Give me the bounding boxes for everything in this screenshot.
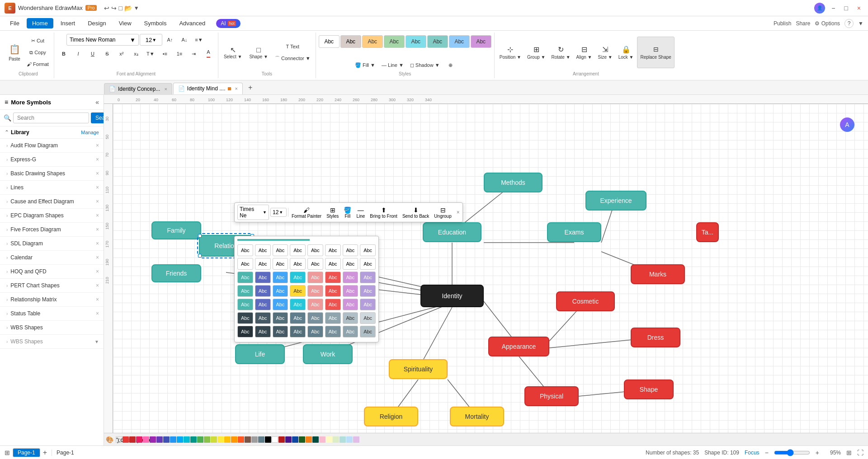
style-box-5-6[interactable]: Abc — [325, 299, 341, 310]
ft-line[interactable]: — Line — [354, 206, 367, 220]
superscript-btn[interactable]: x² — [115, 47, 128, 60]
style-box-1-2[interactable]: Abc — [255, 244, 271, 256]
color-g3[interactable] — [299, 436, 305, 443]
node-cosmetic[interactable]: Cosmetic — [556, 291, 615, 311]
style-box-3-8[interactable]: Abc — [360, 272, 376, 283]
style-box-1-3[interactable]: Abc — [273, 244, 288, 256]
numbered-list-btn[interactable]: 1≡ — [173, 47, 186, 60]
menu-home[interactable]: Home — [27, 18, 53, 28]
sidebar-item-expressg[interactable]: › Express-G × — [0, 153, 104, 167]
search-input[interactable] — [13, 112, 89, 123]
abc-style-8[interactable]: Abc — [471, 35, 491, 48]
fit-page-btn[interactable]: ⊞ — [846, 449, 852, 456]
style-box-4-4[interactable]: Abc — [290, 285, 306, 297]
style-box-1-6[interactable]: Abc — [325, 244, 341, 256]
style-box-6-7[interactable]: Abc — [343, 312, 359, 324]
color-indigo[interactable] — [163, 436, 170, 443]
copy-btn[interactable]: ⧉ Copy — [24, 47, 51, 58]
sidebar-item-cause[interactable]: › Cause and Effect Diagram × — [0, 195, 104, 209]
color-picker-icon[interactable]: 🎨 — [106, 436, 113, 443]
style-box-6-6[interactable]: Abc — [325, 312, 341, 324]
node-exams[interactable]: Exams — [547, 222, 601, 242]
style-box-1-1[interactable]: Abc — [237, 244, 253, 256]
color-pink[interactable] — [136, 436, 142, 443]
tab-identity-mind[interactable]: 📄 Identity Mind .... × — [173, 83, 243, 94]
style-box-4-8[interactable]: Abc — [360, 285, 376, 297]
abc-style-1[interactable]: Abc — [319, 35, 340, 48]
node-identity[interactable]: Identity — [420, 285, 484, 307]
paste-btn[interactable]: 📋 Paste — [5, 34, 24, 70]
color-t3[interactable] — [312, 436, 319, 443]
color-gray[interactable] — [251, 436, 258, 443]
style-box-5-1[interactable]: Abc — [237, 299, 253, 310]
zoom-slider[interactable] — [774, 449, 810, 456]
color-white[interactable] — [272, 436, 278, 443]
publish-btn[interactable]: Publish — [774, 20, 791, 27]
node-dress[interactable]: Dress — [631, 328, 680, 347]
style-box-5-4[interactable]: Abc — [290, 299, 306, 310]
style-box-2-2[interactable]: Abc — [255, 258, 271, 270]
node-tab-partial[interactable]: Ta... — [696, 222, 719, 242]
ft-fill[interactable]: 🪣 Fill — [342, 206, 353, 220]
color-teal[interactable] — [190, 436, 197, 443]
style-box-2-5[interactable]: Abc — [307, 258, 323, 270]
close-icon[interactable]: × — [96, 184, 99, 191]
sidebar-item-calendar[interactable]: › Calendar × — [0, 251, 104, 265]
color-red2[interactable] — [129, 436, 136, 443]
style-box-4-3[interactable]: Abc — [273, 285, 288, 297]
color-transparent[interactable]: ');cursor:pointer;"> — [116, 436, 122, 443]
style-box-5-8[interactable]: Abc — [360, 299, 376, 310]
sidebar-item-fiveforces[interactable]: › Five Forces Diagram × — [0, 223, 104, 237]
sidebar-item-basic[interactable]: › Basic Drawing Shapes × — [0, 167, 104, 181]
style-box-7-8[interactable]: Abc — [360, 326, 376, 337]
tab-close-1[interactable]: × — [164, 86, 167, 92]
close-icon[interactable]: × — [96, 268, 99, 275]
sidebar-item-lines[interactable]: › Lines × — [0, 181, 104, 195]
search-button[interactable]: Search — [91, 112, 104, 123]
options-btn[interactable]: ⚙ Options — [815, 20, 840, 27]
style-box-3-2[interactable]: Abc — [255, 272, 271, 283]
sidebar-item-epc[interactable]: › EPC Diagram Shapes × — [0, 209, 104, 223]
sidebar-item-sdl[interactable]: › SDL Diagram × — [0, 237, 104, 251]
style-box-3-4[interactable]: Abc — [290, 272, 306, 283]
list-btn[interactable]: •≡ — [158, 47, 172, 60]
style-box-5-3[interactable]: Abc — [273, 299, 288, 310]
node-education[interactable]: Education — [423, 222, 481, 242]
user-btn[interactable]: ▼ — [858, 20, 863, 27]
node-friends[interactable]: Friends — [151, 264, 201, 282]
style-box-4-5[interactable]: Abc — [307, 285, 323, 297]
node-spirituality[interactable]: Spirituality — [389, 359, 448, 379]
style-box-2-3[interactable]: Abc — [273, 258, 288, 270]
manage-btn[interactable]: Manage — [81, 130, 99, 135]
ft-send-back[interactable]: ⬇ Send to Back — [401, 206, 431, 220]
shape-btn[interactable]: □ Shape ▼ — [246, 37, 271, 68]
lock-btn[interactable]: 🔒 Lock ▼ — [616, 44, 636, 61]
menu-file[interactable]: File — [5, 18, 25, 28]
style-box-7-7[interactable]: Abc — [343, 326, 359, 337]
style-box-2-1[interactable]: Abc — [237, 258, 253, 270]
color-dorange[interactable] — [238, 436, 244, 443]
position-btn[interactable]: ⊹ Position ▼ — [497, 44, 524, 61]
text-more-btn[interactable]: T▼ — [144, 47, 157, 60]
style-box-6-3[interactable]: Abc — [273, 312, 288, 324]
close-icon[interactable]: × — [96, 212, 99, 219]
node-marks[interactable]: Marks — [631, 264, 685, 284]
color-r3[interactable] — [278, 436, 285, 443]
color-orange[interactable] — [231, 436, 237, 443]
style-box-3-3[interactable]: Abc — [273, 272, 288, 283]
node-methods[interactable]: Methods — [484, 173, 542, 192]
line-btn[interactable]: — Line ▼ — [379, 59, 406, 71]
open-btn[interactable]: 📂 — [124, 5, 132, 12]
user-avatar[interactable]: 👤 — [814, 3, 825, 14]
close-icon[interactable]: × — [96, 240, 99, 247]
more-btn[interactable]: ▼ — [134, 5, 139, 11]
font-selector[interactable]: Times New Roman ▼ — [66, 34, 139, 46]
node-family[interactable]: Family — [151, 221, 201, 239]
node-mortality[interactable]: Mortality — [450, 407, 504, 426]
style-box-4-1[interactable]: Abc — [237, 285, 253, 297]
style-box-2-7[interactable]: Abc — [343, 258, 359, 270]
group-btn[interactable]: ⊞ Group ▼ — [525, 44, 547, 61]
close-icon[interactable]: × — [96, 142, 99, 149]
style-box-5-7[interactable]: Abc — [343, 299, 359, 310]
close-icon[interactable]: × — [96, 156, 99, 163]
